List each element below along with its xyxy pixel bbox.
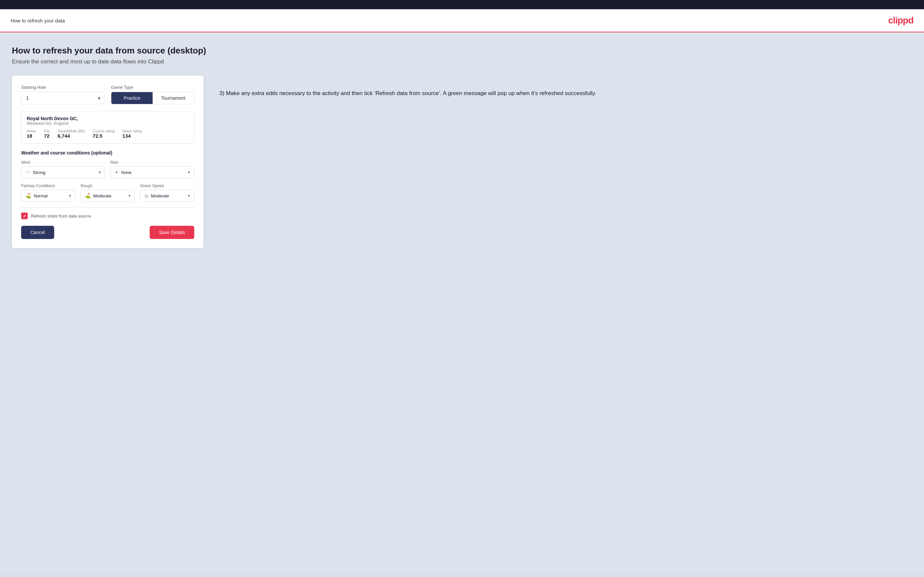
green-speed-chevron-icon: ▾ — [188, 193, 190, 198]
rough-chevron-icon: ▾ — [129, 193, 131, 198]
rain-icon: ✦ — [115, 170, 119, 175]
refresh-checkbox-label: Refresh shots from data source — [31, 214, 91, 219]
rough-group: Rough ⛳ Moderate ▾ — [81, 184, 135, 202]
wind-chevron-icon: ▾ — [99, 170, 101, 175]
holes-value: 18 — [27, 133, 36, 139]
game-type-label: Game Type — [111, 85, 194, 90]
rough-label: Rough — [81, 184, 135, 188]
wind-icon: 〰 — [26, 170, 30, 175]
wind-label: Wind — [21, 160, 105, 165]
instruction-paragraph: 3) Make any extra edits necessary to the… — [220, 89, 912, 98]
yards-label: Yards/White (M)) — [58, 129, 84, 133]
fairway-chevron-icon: ▾ — [69, 193, 71, 198]
slope-rating-label: Slope rating — [123, 129, 142, 133]
par-label: Par — [44, 129, 50, 133]
fairway-value: Normal — [34, 193, 69, 198]
divider — [21, 207, 194, 207]
wind-value: Strong — [33, 170, 99, 175]
page-title: How to refresh your data from source (de… — [12, 45, 912, 56]
cancel-button[interactable]: Cancel — [21, 226, 54, 239]
form-card: Starting Hole 1 Game Type Practice Tourn… — [12, 76, 204, 248]
course-rating-label: Course rating — [93, 129, 115, 133]
fairway-rough-green-row: Fairway Conditions ⛳ Normal ▾ Rough ⛳ Mo… — [21, 184, 194, 202]
page-subtitle: Ensure the correct and most up to date d… — [12, 58, 912, 65]
starting-hole-select-wrapper[interactable]: 1 — [21, 92, 104, 104]
rain-select[interactable]: ✦ None ▾ — [110, 166, 194, 178]
tournament-button[interactable]: Tournament — [153, 92, 194, 104]
green-speed-select[interactable]: ◎ Moderate ▾ — [140, 190, 194, 202]
rain-value: None — [121, 170, 188, 175]
green-speed-group: Green Speed ◎ Moderate ▾ — [140, 184, 194, 202]
refresh-checkbox[interactable] — [21, 213, 28, 219]
fairway-label: Fairway Conditions — [21, 184, 75, 188]
course-stats: Holes 18 Par 72 Yards/White (M)) 6,744 C… — [27, 129, 189, 139]
save-button[interactable]: Save Details — [150, 226, 194, 239]
yards-value: 6,744 — [58, 133, 84, 139]
game-type-buttons: Practice Tournament — [111, 92, 194, 104]
starting-hole-label: Starting Hole — [21, 85, 104, 90]
green-speed-value: Moderate — [151, 193, 188, 198]
course-name: Royal North Devon GC, — [27, 116, 189, 121]
holes-label: Holes — [27, 129, 36, 133]
fairway-group: Fairway Conditions ⛳ Normal ▾ — [21, 184, 75, 202]
slope-rating-value: 134 — [123, 133, 142, 139]
rough-icon: ⛳ — [85, 193, 90, 198]
wind-rain-row: Wind 〰 Strong ▾ Rain ✦ None ▾ — [21, 160, 194, 178]
starting-hole-select[interactable]: 1 — [21, 92, 104, 104]
course-location: Westward Ho!, England — [27, 121, 189, 126]
practice-button[interactable]: Practice — [111, 92, 153, 104]
rough-select[interactable]: ⛳ Moderate ▾ — [81, 190, 135, 202]
checkbox-row: Refresh shots from data source — [21, 213, 194, 219]
rough-value: Moderate — [93, 193, 129, 198]
conditions-title: Weather and course conditions (optional) — [21, 150, 194, 155]
fairway-select[interactable]: ⛳ Normal ▾ — [21, 190, 75, 202]
button-row: Cancel Save Details — [21, 226, 194, 239]
rain-group: Rain ✦ None ▾ — [110, 160, 194, 178]
top-bar — [0, 0, 924, 9]
rain-chevron-icon: ▾ — [188, 170, 190, 175]
green-speed-label: Green Speed — [140, 184, 194, 188]
par-stat: Par 72 — [44, 129, 50, 139]
top-form-row: Starting Hole 1 Game Type Practice Tourn… — [21, 85, 194, 104]
content-area: Starting Hole 1 Game Type Practice Tourn… — [12, 76, 912, 248]
holes-stat: Holes 18 — [27, 129, 36, 139]
rain-label: Rain — [110, 160, 194, 165]
green-speed-icon: ◎ — [144, 193, 148, 198]
main-content: How to refresh your data from source (de… — [0, 32, 924, 574]
yards-stat: Yards/White (M)) 6,744 — [58, 129, 84, 139]
par-value: 72 — [44, 133, 50, 139]
game-type-group: Game Type Practice Tournament — [111, 85, 194, 104]
starting-hole-group: Starting Hole 1 — [21, 85, 104, 104]
course-info-box: Royal North Devon GC, Westward Ho!, Engl… — [21, 111, 194, 143]
slope-rating-stat: Slope rating 134 — [123, 129, 142, 139]
wind-group: Wind 〰 Strong ▾ — [21, 160, 105, 178]
course-rating-stat: Course rating 72.5 — [93, 129, 115, 139]
header-title: How to refresh your data — [11, 18, 65, 23]
header: How to refresh your data clippd — [0, 9, 924, 32]
logo: clippd — [888, 15, 913, 26]
footer: Copyright Clippd 2022 — [0, 574, 924, 577]
fairway-icon: ⛳ — [26, 193, 31, 198]
wind-select[interactable]: 〰 Strong ▾ — [21, 166, 105, 178]
instruction-text: 3) Make any extra edits necessary to the… — [220, 76, 912, 98]
course-rating-value: 72.5 — [93, 133, 115, 139]
